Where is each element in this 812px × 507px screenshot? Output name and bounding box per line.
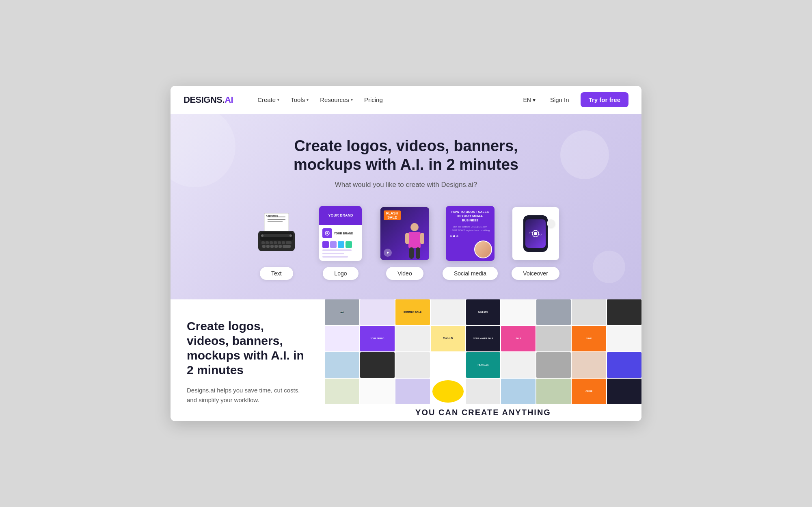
svg-point-22	[289, 234, 292, 237]
mosaic-grid: 📷 SUMMER SALE SAVE 25% YOUR BRAND Cutie.…	[325, 299, 641, 404]
you-can-create-banner: YOU CAN CREATE ANYTHING	[325, 404, 641, 421]
sound-wave-icon	[528, 228, 543, 239]
svg-rect-28	[420, 233, 424, 244]
color-swatches	[322, 241, 358, 248]
phone-screen	[525, 219, 546, 248]
mosaic-cell	[431, 352, 465, 378]
chevron-down-icon: ▾	[307, 98, 309, 102]
mosaic-cell	[325, 379, 359, 404]
svg-text:Copywriting: Copywriting	[266, 214, 278, 217]
logo-text: DESIGNS.AI	[184, 95, 233, 105]
browser-window: DESIGNS.AI Create ▾ Tools ▾ Resources ▾ …	[171, 86, 641, 421]
voiceover-card-label: Voiceover	[512, 267, 559, 280]
mosaic-cell: SAVE	[572, 326, 606, 351]
video-mockup: FLASHSALE	[380, 207, 429, 260]
svg-rect-13	[286, 241, 292, 244]
chevron-down-icon: ▾	[351, 98, 353, 102]
mosaic-cell	[325, 352, 359, 378]
nav-pricing[interactable]: Pricing	[359, 93, 388, 106]
mosaic-cell	[607, 379, 641, 404]
mosaic-cell	[432, 380, 464, 403]
creation-card-video[interactable]: FLASHSALE	[378, 205, 431, 280]
nav-resources-label: Resources	[320, 96, 349, 103]
person-silhouette-icon	[404, 221, 426, 260]
logo-mockup: YOUR BRAND YOUR BRAND	[319, 206, 362, 261]
nav-resources[interactable]: Resources ▾	[315, 93, 358, 106]
mosaic-cell: SAVE 25%	[466, 299, 501, 325]
svg-rect-11	[278, 241, 281, 244]
sign-in-button[interactable]: Sign In	[545, 93, 574, 106]
logo-card-image: YOUR BRAND YOUR BRAND	[314, 205, 367, 262]
text-card-label: Text	[260, 267, 293, 280]
logo[interactable]: DESIGNS.AI	[184, 95, 233, 105]
language-selector[interactable]: EN ▾	[520, 94, 538, 106]
svg-rect-14	[262, 245, 266, 248]
nav-right: EN ▾ Sign In Try for free	[520, 92, 628, 107]
creation-card-voiceover[interactable]: Voiceover	[509, 205, 562, 280]
svg-rect-20	[261, 234, 292, 237]
flash-sale-badge: FLASHSALE	[384, 210, 401, 220]
hero-title: Create logos, videos, banners, mockups w…	[264, 137, 548, 174]
hero-subtitle: What would you like to create with Desig…	[184, 181, 628, 189]
bottom-title: Create logos, videos, banners, mockups w…	[187, 319, 309, 377]
mosaic-cell	[431, 299, 465, 325]
mosaic-cell: 📷	[325, 299, 359, 325]
social-card-label: Social media	[443, 267, 498, 280]
social-mockup: HOW TO BOOST SALES IN YOUR SMALL BUSINES…	[446, 206, 495, 261]
chevron-down-icon: ▾	[277, 98, 279, 102]
nav-create[interactable]: Create ▾	[253, 93, 284, 106]
mosaic-cell	[536, 326, 571, 351]
svg-rect-10	[274, 241, 277, 244]
hero-section: Create logos, videos, banners, mockups w…	[171, 114, 641, 299]
logo-card-header-text: YOUR BRAND	[328, 213, 353, 218]
mosaic-cell	[395, 379, 430, 404]
mosaic-cell	[360, 299, 395, 325]
nav-tools-label: Tools	[291, 96, 305, 103]
phone-mockup	[523, 215, 548, 252]
chevron-down-icon: ▾	[533, 97, 536, 103]
svg-rect-18	[279, 245, 282, 248]
creation-cards: Copywriting	[184, 205, 628, 280]
logo-ai-text: AI	[225, 95, 233, 105]
svg-point-25	[410, 223, 419, 231]
svg-rect-15	[266, 245, 270, 248]
mosaic-cell: YOUR BRAND	[360, 326, 395, 351]
mosaic-cell	[572, 352, 606, 378]
mosaic-cell	[607, 326, 641, 351]
mosaic-cell: Cutie.B	[431, 326, 465, 351]
mosaic-cell	[466, 379, 501, 404]
creation-card-text[interactable]: Copywriting	[250, 205, 303, 280]
social-avatar	[474, 240, 492, 258]
svg-rect-8	[266, 241, 269, 244]
nav-pricing-label: Pricing	[364, 96, 383, 103]
mosaic-cell	[360, 379, 395, 404]
mosaic-cell	[395, 326, 430, 351]
mosaic-cell	[607, 352, 641, 378]
mosaic-cell	[607, 299, 641, 325]
mosaic-cell	[325, 326, 359, 351]
hero-bg-circle-2	[560, 130, 609, 179]
mosaic-cell	[536, 299, 571, 325]
creation-card-social[interactable]: HOW TO BOOST SALES IN YOUR SMALL BUSINES…	[443, 205, 498, 280]
mosaic-cell	[572, 299, 606, 325]
play-icon	[384, 249, 392, 257]
logo-card-header: YOUR BRAND	[319, 206, 362, 225]
mosaic-cell	[536, 352, 571, 378]
creation-card-logo[interactable]: YOUR BRAND YOUR BRAND	[314, 205, 367, 280]
collage-wrapper: 📷 SUMMER SALE SAVE 25% YOUR BRAND Cutie.…	[325, 299, 641, 421]
mosaic-cell	[501, 299, 536, 325]
svg-rect-17	[274, 245, 278, 248]
nav-tools[interactable]: Tools ▾	[286, 93, 313, 106]
mosaic-cell: FILNTALES	[466, 352, 501, 378]
logo-card-body: YOUR BRAND	[319, 225, 362, 261]
video-card-image: FLASHSALE	[378, 205, 431, 262]
social-mock-title: HOW TO BOOST SALES IN YOUR SMALL BUSINES…	[450, 210, 490, 223]
svg-rect-29	[409, 247, 414, 259]
try-for-free-button[interactable]: Try for free	[581, 92, 628, 107]
svg-rect-16	[270, 245, 274, 248]
svg-rect-12	[282, 241, 285, 244]
mosaic-cell	[360, 352, 395, 378]
svg-rect-7	[261, 241, 265, 244]
voice-mockup	[512, 207, 559, 260]
mosaic-cell	[501, 379, 536, 404]
